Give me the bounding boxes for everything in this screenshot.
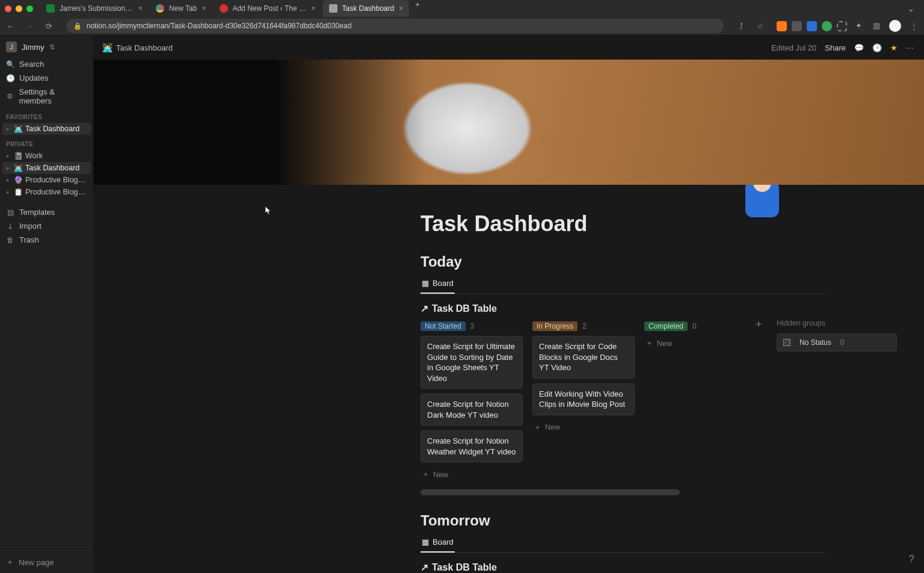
page-icon: [329, 4, 337, 13]
tab-title: Task Dashboard: [342, 4, 395, 13]
tab-overflow-button[interactable]: ⌄: [903, 4, 919, 13]
sidebar-page-task-dashboard-2[interactable]: ▸ 👨🏻‍💻 Task Dashboard: [2, 162, 91, 174]
chevron-updown-icon: ⇅: [49, 43, 55, 51]
add-card-button[interactable]: ＋ New: [644, 336, 747, 351]
close-tab-icon[interactable]: ×: [311, 4, 315, 13]
heading-tomorrow[interactable]: Tomorrow: [420, 512, 825, 529]
extension-icon[interactable]: [807, 21, 817, 31]
extensions-menu-icon[interactable]: ✦: [852, 21, 865, 31]
new-tab-button[interactable]: +: [410, 0, 425, 17]
sidebar-section-favorites: FAVORITES: [0, 108, 93, 123]
column-header[interactable]: Completed 0: [644, 321, 747, 331]
sidebar: J Jimmy ⇅ 🔍 Search 🕒 Updates ⚙ Settings …: [0, 36, 94, 573]
extension-icon[interactable]: [822, 21, 832, 31]
board-column-completed: Completed 0 ＋ New: [644, 319, 747, 351]
sidepanel-icon[interactable]: ▥: [870, 21, 883, 31]
add-card-button[interactable]: ＋ New: [532, 420, 635, 435]
page-scroll-area[interactable]: Task Dashboard Today ▦ Board ↗ Task DB T…: [94, 185, 924, 573]
cover-image[interactable]: [94, 60, 924, 185]
extension-icon[interactable]: [792, 21, 802, 31]
sidebar-import[interactable]: ⤓ Import: [0, 219, 93, 233]
page-emoji-icon: 👨🏻‍💻: [13, 125, 23, 133]
plus-icon: ＋: [6, 557, 14, 568]
breadcrumb[interactable]: 👨🏻‍💻 Task Dashboard: [102, 43, 173, 52]
disclosure-triangle-icon[interactable]: ▸: [5, 165, 11, 171]
favorite-star-icon[interactable]: ★: [890, 43, 898, 52]
close-window-button[interactable]: [5, 5, 11, 12]
view-tab-board[interactable]: ▦ Board: [420, 534, 455, 553]
close-tab-icon[interactable]: ×: [138, 4, 143, 13]
profile-avatar-button[interactable]: [889, 20, 901, 32]
page-icon[interactable]: [745, 185, 779, 217]
forward-button[interactable]: →: [23, 22, 36, 31]
bookmark-button[interactable]: ☆: [754, 22, 767, 31]
sidebar-page-productive-blogs-db[interactable]: ▸ 🔮 Productive Blogs DB Vie...: [2, 174, 91, 186]
fullscreen-window-button[interactable]: [26, 5, 33, 12]
page-label: Work: [25, 152, 87, 160]
app-frame: J Jimmy ⇅ 🔍 Search 🕒 Updates ⚙ Settings …: [0, 36, 924, 573]
hidden-groups-label: Hidden groups: [777, 319, 897, 327]
extension-icon[interactable]: [837, 21, 847, 31]
close-tab-icon[interactable]: ×: [202, 4, 206, 13]
help-button[interactable]: ?: [909, 554, 914, 565]
minimize-window-button[interactable]: [16, 5, 22, 12]
browser-menu-button[interactable]: ⋮: [907, 22, 920, 31]
board-card[interactable]: Create Script for Code Blocks in Google …: [532, 336, 635, 379]
sidebar-settings[interactable]: ⚙ Settings & members: [0, 85, 93, 108]
board-card[interactable]: Edit Working With Video Clips in iMovie …: [532, 383, 635, 415]
board-card[interactable]: Create Script for Ultimate Guide to Sort…: [420, 336, 523, 389]
window-controls: [5, 5, 33, 12]
board-card[interactable]: Create Script for Notion Weather Widget …: [420, 430, 523, 462]
scrollbar-thumb[interactable]: [420, 489, 680, 495]
add-card-button[interactable]: ＋ New: [420, 467, 523, 482]
linked-db-title[interactable]: ↗ Task DB Table: [420, 562, 825, 573]
page-emoji-icon: 👨🏻‍💻: [13, 164, 23, 172]
sidebar-section-private: PRIVATE: [0, 135, 93, 150]
column-count: 0: [692, 322, 697, 330]
view-tab-board[interactable]: ▦ Board: [420, 275, 455, 294]
sidebar-page-task-dashboard[interactable]: ▸ 👨🏻‍💻 Task Dashboard: [2, 123, 91, 135]
horizontal-scrollbar[interactable]: [420, 489, 825, 495]
sidebar-new-page[interactable]: ＋ New page: [0, 550, 93, 573]
browser-tab[interactable]: Add New Post ‹ The Productiv ×: [214, 0, 322, 17]
board-view: Not Started 3 Create Script for Ultimate…: [420, 319, 825, 482]
back-button[interactable]: ←: [4, 22, 17, 31]
column-header[interactable]: Not Started 3: [420, 321, 523, 331]
search-icon: 🔍: [6, 60, 14, 69]
sidebar-search[interactable]: 🔍 Search: [0, 57, 93, 71]
share-browser-button[interactable]: ⤴: [735, 22, 748, 31]
sidebar-templates[interactable]: ▤ Templates: [0, 205, 93, 219]
browser-tab[interactable]: New Tab ×: [150, 0, 212, 17]
sidebar-item-label: Trash: [19, 235, 39, 244]
browser-tab[interactable]: Task Dashboard ×: [323, 0, 410, 17]
updates-icon[interactable]: 🕒: [872, 43, 882, 52]
comments-icon[interactable]: 💬: [854, 43, 864, 52]
workspace-switcher[interactable]: J Jimmy ⇅: [0, 36, 93, 57]
disclosure-triangle-icon[interactable]: ▸: [5, 189, 11, 195]
browser-tabs: James's Submissions Sheet - F × New Tab …: [40, 0, 903, 17]
share-button[interactable]: Share: [825, 43, 846, 52]
user-avatar: J: [6, 42, 17, 52]
url-text: notion.so/jimmymctiernan/Task-Dashboard-…: [87, 22, 351, 30]
hidden-group-no-status[interactable]: No Status 0: [777, 333, 897, 352]
close-tab-icon[interactable]: ×: [399, 4, 403, 13]
add-column-button[interactable]: +: [756, 318, 762, 331]
column-header[interactable]: In Progress 2: [532, 321, 635, 331]
reload-button[interactable]: ⟳: [42, 22, 55, 31]
page-content: Task Dashboard Today ▦ Board ↗ Task DB T…: [420, 211, 825, 573]
sidebar-page-work[interactable]: ▸ 📓 Work: [2, 150, 91, 162]
sidebar-page-productive-blogs-master[interactable]: ▸ 📋 Productive Blogs Maste...: [2, 186, 91, 198]
linked-db-title[interactable]: ↗ Task DB Table: [420, 303, 825, 314]
board-card[interactable]: Create Script for Notion Dark Mode YT vi…: [420, 394, 523, 426]
sidebar-trash[interactable]: 🗑 Trash: [0, 233, 93, 247]
more-menu-icon[interactable]: ⋯: [906, 43, 916, 52]
disclosure-triangle-icon[interactable]: ▸: [5, 126, 11, 132]
disclosure-triangle-icon[interactable]: ▸: [5, 177, 11, 183]
disclosure-triangle-icon[interactable]: ▸: [5, 153, 11, 159]
extension-icon[interactable]: [777, 21, 787, 31]
sidebar-updates[interactable]: 🕒 Updates: [0, 71, 93, 85]
heading-today[interactable]: Today: [420, 253, 825, 270]
lock-icon: 🔒: [73, 22, 82, 30]
address-bar[interactable]: 🔒 notion.so/jimmymctiernan/Task-Dashboar…: [66, 19, 724, 33]
browser-tab[interactable]: James's Submissions Sheet - F ×: [40, 0, 149, 17]
